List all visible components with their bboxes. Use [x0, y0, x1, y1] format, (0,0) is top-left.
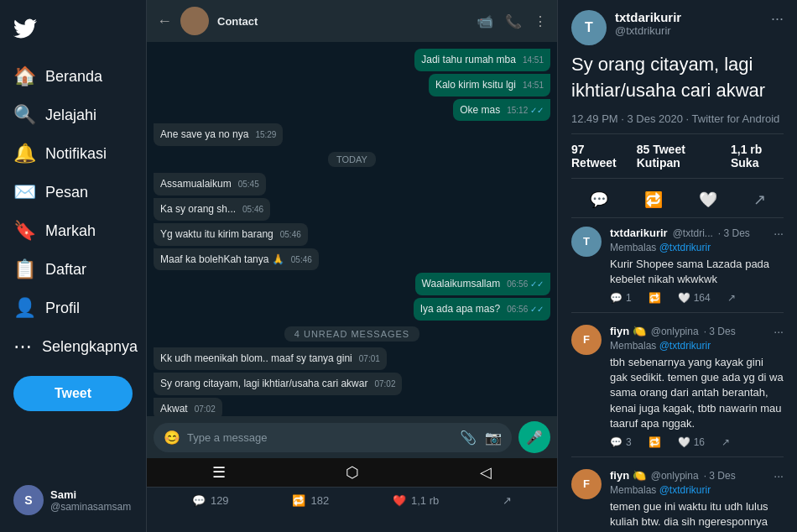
- twitter-logo: [0, 8, 146, 57]
- sidebar-item-markah[interactable]: 🔖 Markah: [0, 211, 146, 250]
- sidebar-item-notifikasi[interactable]: 🔔 Notifikasi: [0, 134, 146, 173]
- nav-back-icon[interactable]: ◁: [480, 463, 492, 482]
- list-icon: 📋: [13, 258, 35, 280]
- sidebar-item-pesan[interactable]: ✉️ Pesan: [0, 173, 146, 211]
- retweet-stat: 97 Retweet: [571, 143, 623, 170]
- nav-home-icon[interactable]: ⬡: [346, 463, 359, 482]
- reply-share[interactable]: ↗: [727, 292, 736, 304]
- wa-phone-nav: ☰ ⬡ ◁: [147, 458, 557, 487]
- reply-like[interactable]: 🤍16: [678, 436, 705, 448]
- msg-bubble: Yg waktu itu kirim barang 05:46: [154, 223, 308, 246]
- reply-handle: @onlypina: [651, 470, 699, 482]
- back-icon[interactable]: ←: [157, 13, 172, 30]
- wa-message-input[interactable]: Type a message: [187, 431, 453, 444]
- reply-share[interactable]: ↗: [721, 436, 730, 448]
- sidebar-item-label: Markah: [45, 222, 96, 240]
- sidebar-item-beranda[interactable]: 🏠 Beranda: [0, 57, 146, 96]
- user-profile-item[interactable]: S Sami @saminasamsam: [0, 477, 146, 524]
- user-handle: @saminasamsam: [50, 501, 131, 513]
- reply-handle: @onlypina: [651, 326, 699, 337]
- share-action[interactable]: ↗: [503, 494, 512, 507]
- reply-avatar: F: [571, 325, 602, 355]
- comment-icon[interactable]: 💬: [590, 190, 608, 209]
- like-count: 1,1 rb: [411, 494, 439, 507]
- tweet-author-header: T txtdarikurir @txtdrikurir ···: [571, 10, 784, 45]
- tweet-stats: 97 Retweet 85 Tweet Kutipan 1,1 rb Suka: [571, 143, 784, 179]
- msg-bubble: Ka sy orang sh... 05:46: [154, 198, 270, 221]
- wa-contact-name: Contact: [217, 15, 468, 28]
- comment-icon: 💬: [192, 494, 206, 507]
- right-panel: T txtdarikurir @txtdrikurir ··· Sy orang…: [558, 0, 797, 532]
- video-call-icon[interactable]: 📹: [477, 13, 493, 29]
- sidebar-item-label: Beranda: [45, 68, 102, 86]
- reply-item: F fiyn 🍋 @onlypina · 3 Des ··· Membalas …: [571, 325, 784, 457]
- reply-handle: @txtdri...: [673, 227, 713, 239]
- reply-avatar: F: [571, 469, 602, 499]
- sidebar-item-daftar[interactable]: 📋 Daftar: [0, 250, 146, 289]
- tweet-button[interactable]: Tweet: [13, 376, 133, 411]
- comment-count: 129: [211, 494, 229, 507]
- sidebar-item-jelajahi[interactable]: 🔍 Jelajahi: [0, 96, 146, 134]
- msg-bubble: Oke mas 15:12 ✓✓: [453, 99, 550, 122]
- reply-date: · 3 Des: [704, 470, 736, 482]
- reply-item: T txtdarikurir @txtdri... · 3 Des ··· Me…: [571, 227, 784, 313]
- reply-name: txtdarikurir: [610, 227, 668, 239]
- reply-like[interactable]: 🤍164: [678, 292, 711, 304]
- reply-name: fiyn 🍋: [610, 325, 646, 337]
- msg-bubble: Jadi tahu rumah mba 14:51: [414, 49, 550, 71]
- reply-retweet[interactable]: 🔁: [649, 292, 661, 304]
- mic-button[interactable]: 🎤: [518, 421, 550, 453]
- date-divider: TODAY: [328, 152, 376, 167]
- msg-bubble: Ane save ya no nya 15:29: [154, 123, 283, 146]
- reply-more-button[interactable]: ···: [774, 325, 784, 338]
- msg-bubble: Kk udh meenikah blom.. maaf sy tanya gin…: [154, 347, 387, 370]
- notification-icon: 🔔: [13, 143, 35, 164]
- main-tweet-area: ← Contact 📹 📞 ⋮ Jadi tahu rumah mba: [147, 0, 558, 532]
- like-icon: ❤️: [393, 494, 406, 507]
- retweet-icon[interactable]: 🔁: [644, 190, 663, 209]
- likes-label: Suka: [731, 156, 758, 170]
- unread-divider: 4 UNREAD MESSAGES: [284, 326, 419, 342]
- reply-to: Membalas @txtdrikurir: [610, 340, 784, 352]
- msg-bubble: Assamualaikum 05:45: [154, 173, 266, 196]
- quote-stat: 85 Tweet Kutipan: [637, 143, 717, 170]
- nav-menu-icon[interactable]: ☰: [212, 463, 226, 482]
- retweet-label: Retweet: [571, 156, 617, 170]
- explore-icon: 🔍: [13, 104, 35, 126]
- reply-to: Membalas @txtdrikurir: [610, 242, 784, 253]
- wa-input-bar: 😊 Type a message 📎 📷 🎤: [147, 416, 557, 458]
- msg-bubble: Maaf ka bolehKah tanya 🙏 05:46: [154, 248, 319, 271]
- reply-more-button[interactable]: ···: [774, 227, 784, 240]
- attachment-icon[interactable]: 📎: [460, 430, 477, 446]
- wa-header: ← Contact 📹 📞 ⋮: [147, 0, 557, 42]
- retweet-action[interactable]: 🔁 182: [292, 494, 329, 507]
- sidebar-item-profil[interactable]: 👤 Profil: [0, 289, 146, 327]
- call-icon[interactable]: 📞: [505, 13, 522, 29]
- reply-more-button[interactable]: ···: [774, 469, 784, 482]
- camera-icon[interactable]: 📷: [485, 430, 502, 446]
- wa-ui: ← Contact 📹 📞 ⋮ Jadi tahu rumah mba: [147, 0, 557, 487]
- emoji-icon[interactable]: 😊: [164, 430, 180, 446]
- reply-date: · 3 Des: [718, 227, 750, 239]
- reply-comment[interactable]: 💬1: [610, 292, 632, 304]
- reply-retweet[interactable]: 🔁: [649, 436, 661, 448]
- like-action[interactable]: ❤️ 1,1 rb: [393, 494, 439, 507]
- replies-list: T txtdarikurir @txtdri... · 3 Des ··· Me…: [571, 227, 784, 532]
- share-icon[interactable]: ↗: [753, 190, 766, 209]
- share-icon: ↗: [503, 494, 512, 507]
- reply-date: · 3 Des: [704, 326, 736, 337]
- tweet-action-icons: 💬 🔁 🤍 ↗: [571, 187, 784, 218]
- reply-comment[interactable]: 💬3: [610, 436, 632, 448]
- sidebar-item-selengkapnya[interactable]: ⋯ Selengkapnya: [0, 327, 146, 366]
- reply-text: Kurir Shopee sama Lazada pada kebelet ni…: [610, 257, 784, 287]
- home-icon: 🏠: [13, 65, 35, 87]
- wa-messages: Jadi tahu rumah mba 14:51 Kalo kirim ksi…: [147, 42, 557, 416]
- comment-action[interactable]: 💬 129: [192, 494, 229, 507]
- sidebar: 🏠 Beranda 🔍 Jelajahi 🔔 Notifikasi ✉️ Pes…: [0, 0, 147, 532]
- like-icon[interactable]: 🤍: [699, 190, 717, 209]
- profile-icon: 👤: [13, 297, 35, 319]
- bookmark-icon: 🔖: [13, 220, 35, 242]
- more-options-icon[interactable]: ⋮: [534, 13, 547, 29]
- tweet-more-button[interactable]: ···: [771, 10, 784, 28]
- reply-avatar: T: [571, 227, 602, 257]
